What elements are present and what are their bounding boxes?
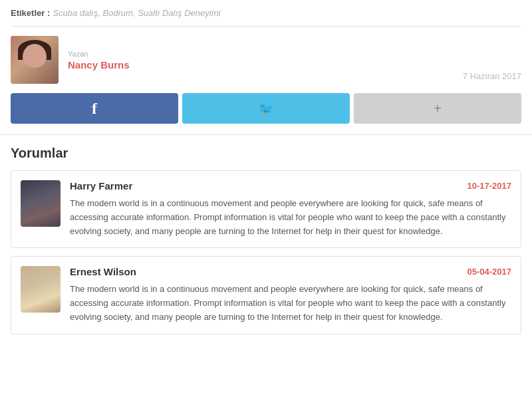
yorumlar-title: Yorumlar	[11, 146, 521, 161]
twitter-icon: 🐦	[258, 100, 275, 116]
comment-avatar-2	[21, 266, 61, 313]
yorumlar-section: Yorumlar Harry Farmer 10-17-2017 The mod…	[0, 135, 532, 334]
author-date: 7 Haziran 2017	[463, 71, 521, 84]
comment-body-1: Harry Farmer 10-17-2017 The modern world…	[70, 180, 511, 238]
comment-date-1: 10-17-2017	[467, 181, 512, 191]
plus-share-button[interactable]: +	[354, 93, 521, 124]
author-yazan-label: Yazan	[68, 50, 130, 58]
plus-icon: +	[434, 101, 442, 116]
facebook-icon: f	[92, 100, 97, 118]
comment-date-2: 05-04-2017	[467, 267, 512, 277]
comment-text-2: The modern world is in a continuous move…	[70, 283, 511, 324]
comment-header-1: Harry Farmer 10-17-2017	[70, 180, 511, 192]
author-section: Yazan Nancy Burns 7 Haziran 2017	[11, 27, 521, 93]
facebook-share-button[interactable]: f	[11, 93, 178, 124]
etiketler-tags: Scuba dalış, Bodrum, Sualtı Dalış Deneyi…	[53, 8, 220, 18]
comment-body-2: Ernest Wilson 05-04-2017 The modern worl…	[70, 266, 511, 324]
comment-card-1: Harry Farmer 10-17-2017 The modern world…	[11, 170, 521, 248]
comment-text-1: The modern world is in a continuous move…	[70, 197, 511, 238]
twitter-share-button[interactable]: 🐦	[182, 93, 350, 124]
share-buttons: f 🐦 +	[11, 93, 521, 134]
author-info: Yazan Nancy Burns	[68, 50, 130, 70]
author-avatar	[11, 36, 59, 84]
etiketler-label: Etiketler :	[11, 8, 50, 18]
author-avatar-image	[11, 36, 59, 84]
avatar-face	[23, 44, 47, 68]
author-name: Nancy Burns	[68, 59, 130, 70]
comment-card-2: Ernest Wilson 05-04-2017 The modern worl…	[11, 256, 521, 334]
comment-author-1: Harry Farmer	[70, 180, 132, 192]
etiketler-row: Etiketler : Scuba dalış, Bodrum, Sualtı …	[11, 8, 521, 27]
top-section: Etiketler : Scuba dalış, Bodrum, Sualtı …	[0, 0, 532, 135]
comment-author-2: Ernest Wilson	[70, 266, 136, 277]
comment-header-2: Ernest Wilson 05-04-2017	[70, 266, 511, 277]
comment-avatar-1	[21, 180, 61, 227]
author-left: Yazan Nancy Burns	[11, 36, 130, 84]
